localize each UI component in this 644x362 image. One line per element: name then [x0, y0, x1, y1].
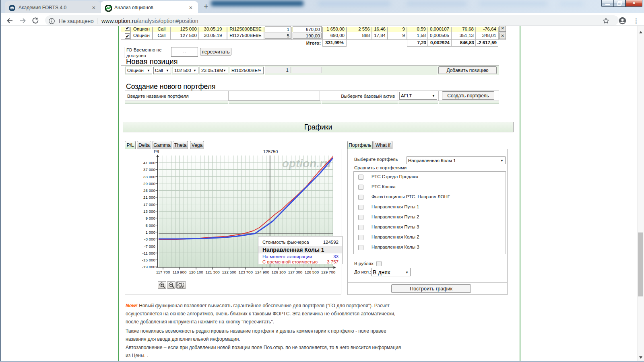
- svg-text:128 500: 128 500: [305, 270, 319, 274]
- svg-text:121 300: 121 300: [205, 270, 220, 274]
- svg-text:33 000: 33 000: [143, 175, 156, 179]
- svg-text:126 100: 126 100: [272, 270, 286, 274]
- svg-text:-7 000: -7 000: [144, 244, 155, 249]
- svg-text:123 700: 123 700: [238, 270, 253, 274]
- svg-text:117 700: 117 700: [156, 270, 170, 274]
- svg-text:25 000: 25 000: [143, 188, 156, 193]
- svg-text:P/L: P/L: [154, 149, 161, 154]
- svg-text:option.ru: option.ru: [282, 157, 331, 170]
- svg-text:5 000: 5 000: [145, 223, 155, 228]
- svg-text:124 900: 124 900: [255, 270, 270, 274]
- svg-text:125750: 125750: [263, 149, 278, 154]
- svg-text:129 700: 129 700: [321, 270, 336, 274]
- svg-text:127 300: 127 300: [288, 270, 303, 274]
- svg-text:29 000: 29 000: [143, 181, 156, 186]
- svg-text:9 000: 9 000: [145, 216, 155, 220]
- svg-text:21 000: 21 000: [143, 195, 156, 200]
- svg-text:1 000: 1 000: [145, 230, 155, 234]
- svg-text:17 000: 17 000: [143, 202, 156, 207]
- svg-text:118 900: 118 900: [173, 270, 187, 274]
- svg-text:41 000: 41 000: [143, 160, 156, 165]
- svg-text:120 100: 120 100: [189, 270, 203, 274]
- svg-text:-19 000: -19 000: [142, 265, 156, 269]
- svg-text:122 500: 122 500: [222, 270, 236, 274]
- svg-text:13 000: 13 000: [143, 209, 156, 214]
- svg-text:37 000: 37 000: [143, 167, 156, 172]
